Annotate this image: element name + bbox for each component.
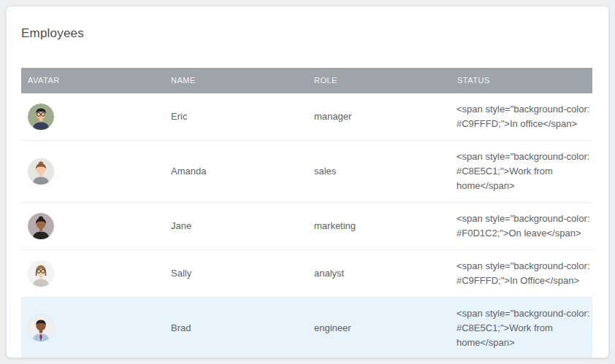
column-header-name: NAME: [164, 68, 308, 93]
employee-role: manager: [308, 101, 451, 133]
employee-status: <span style="background-color: #C9FFFD;"…: [451, 93, 592, 140]
employee-name: Amanda: [164, 155, 308, 187]
table-row[interactable]: Eric manager <span style="background-col…: [21, 93, 592, 140]
employee-name: Eric: [164, 101, 308, 133]
avatar-cell: [21, 150, 164, 193]
avatar: [28, 158, 54, 185]
avatar: [28, 315, 54, 341]
avatar: [28, 213, 54, 239]
employee-name: Sally: [164, 257, 308, 290]
table-row[interactable]: Amanda sales <span style="background-col…: [21, 140, 592, 202]
page-title: Employees: [21, 26, 592, 41]
employees-card: Employees AVATAR NAME ROLE STATUS Eric m…: [6, 6, 609, 358]
avatar-cell: [21, 306, 164, 350]
column-header-status: STATUS: [451, 68, 592, 93]
employee-status: <span style="background-color: #C9FFFD;"…: [451, 250, 592, 297]
employee-name: Jane: [164, 210, 308, 242]
table-row[interactable]: Brad engineer <span style="background-co…: [21, 297, 592, 358]
employee-status: <span style="background-color: #C8E5C1;"…: [451, 141, 592, 202]
avatar-cell: [21, 204, 164, 248]
employee-role: engineer: [308, 312, 451, 344]
avatar-cell: [21, 95, 164, 139]
employee-status: <span style="background-color: #C8E5C1;"…: [451, 298, 592, 358]
employee-role: analyst: [308, 257, 451, 290]
avatar-cell: [21, 252, 164, 295]
table-row[interactable]: Jane marketing <span style="background-c…: [21, 202, 592, 249]
avatar: [28, 260, 54, 287]
avatar: [28, 104, 54, 130]
table-header: AVATAR NAME ROLE STATUS: [21, 68, 592, 93]
employee-name: Brad: [164, 312, 308, 344]
employee-status: <span style="background-color: #F0D1C2;"…: [451, 203, 592, 249]
column-header-role: ROLE: [308, 68, 451, 93]
employee-role: sales: [308, 155, 451, 187]
table-row[interactable]: Sally analyst <span style="background-co…: [21, 249, 592, 297]
employee-role: marketing: [308, 210, 451, 242]
employees-table: AVATAR NAME ROLE STATUS Eric manager <sp…: [21, 68, 592, 358]
column-header-avatar: AVATAR: [21, 68, 164, 93]
